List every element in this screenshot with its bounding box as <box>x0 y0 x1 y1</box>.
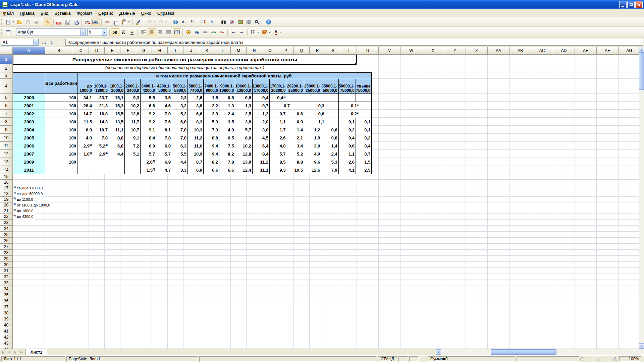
grid-cell[interactable] <box>597 55 619 64</box>
grid-cell[interactable] <box>531 150 553 158</box>
italic-button[interactable]: К <box>119 28 128 36</box>
grid-cell[interactable] <box>466 304 488 310</box>
grid-cell[interactable] <box>89 280 105 286</box>
grid-cell[interactable] <box>400 214 422 220</box>
grid-cell[interactable] <box>619 174 639 180</box>
grid-cell[interactable] <box>466 202 488 208</box>
grid-cell[interactable] <box>152 280 168 286</box>
data-cell[interactable]: 6,5 <box>219 134 235 142</box>
grid-cell[interactable] <box>553 202 575 208</box>
grid-cell[interactable] <box>575 110 597 118</box>
data-cell[interactable]: 0,6 <box>338 142 356 150</box>
grid-cell[interactable] <box>341 185 357 191</box>
grid-cell[interactable] <box>215 298 231 304</box>
grid-cell[interactable] <box>247 238 262 244</box>
chevron-down-icon[interactable] <box>257 31 260 34</box>
grid-cell[interactable] <box>152 328 168 334</box>
grid-cell[interactable] <box>444 340 466 346</box>
grid-cell[interactable] <box>379 134 400 142</box>
grid-cell[interactable] <box>120 268 136 274</box>
column-header-AB[interactable]: AB <box>509 47 531 55</box>
grid-cell[interactable] <box>325 214 341 220</box>
background-color-button[interactable] <box>260 28 269 36</box>
column-header-J[interactable]: J <box>183 47 199 55</box>
grid-cell[interactable] <box>247 328 262 334</box>
grid-cell[interactable] <box>597 244 619 250</box>
grid-cell[interactable] <box>325 304 341 310</box>
grid-cell[interactable] <box>13 274 45 280</box>
grid-cell[interactable] <box>168 280 183 286</box>
data-cell[interactable]: 16,8 <box>93 110 109 118</box>
data-cell[interactable]: 2,6 <box>188 94 204 102</box>
data-cell[interactable]: 4,5 <box>252 134 269 142</box>
grid-cell[interactable] <box>247 197 262 202</box>
grid-cell[interactable] <box>105 286 120 292</box>
grid-cell[interactable] <box>247 274 262 280</box>
grid-cell[interactable] <box>310 220 325 226</box>
data-cell[interactable]: 6,6 <box>204 166 219 174</box>
grid-cell[interactable] <box>575 268 597 274</box>
table-corner-cell[interactable] <box>13 73 45 94</box>
grid-cell[interactable] <box>597 310 619 316</box>
grid-cell[interactable] <box>168 191 183 197</box>
row-header-27[interactable]: 27 <box>0 244 13 250</box>
grid-cell[interactable] <box>597 274 619 280</box>
grid-cell[interactable] <box>400 340 422 346</box>
grid-cell[interactable] <box>13 238 45 244</box>
grid-cell[interactable] <box>136 256 152 262</box>
grid-cell[interactable] <box>597 150 619 158</box>
grid-cell[interactable] <box>136 185 152 191</box>
grid-cell[interactable] <box>531 340 553 346</box>
grid-cell[interactable] <box>466 208 488 214</box>
grid-cell[interactable] <box>278 220 294 226</box>
grid-cell[interactable] <box>531 158 553 166</box>
grid-cell[interactable] <box>575 274 597 280</box>
grid-cell[interactable] <box>247 262 262 268</box>
data-cell[interactable]: 6,8 <box>156 142 172 150</box>
wage-group-header[interactable]: в том числе по размерам начисленной зара… <box>77 73 372 79</box>
grid-cell[interactable] <box>400 158 422 166</box>
grid-cell[interactable] <box>597 197 619 202</box>
grid-cell[interactable] <box>89 346 105 349</box>
grid-cell[interactable] <box>136 197 152 202</box>
grid-cell[interactable] <box>509 298 531 304</box>
grid-cell[interactable] <box>597 292 619 298</box>
grid-cell[interactable] <box>215 220 231 226</box>
grid-cell[interactable] <box>466 166 488 174</box>
grid-cell[interactable] <box>45 334 73 340</box>
grid-cell[interactable] <box>575 150 597 158</box>
grid-cell[interactable] <box>89 208 105 214</box>
grid-cell[interactable] <box>231 322 247 328</box>
data-cell[interactable]: 5,7 <box>141 150 156 158</box>
grid-cell[interactable] <box>400 118 422 126</box>
grid-cell[interactable] <box>231 202 247 208</box>
data-cell[interactable]: 0,8 <box>219 94 235 102</box>
grid-cell[interactable] <box>231 274 247 280</box>
column-header-P[interactable]: P <box>278 47 294 55</box>
grid-cell[interactable] <box>531 102 553 110</box>
grid-cell[interactable] <box>325 286 341 292</box>
grid-cell[interactable] <box>379 118 400 126</box>
grid-cell[interactable] <box>215 197 231 202</box>
grid-cell[interactable] <box>89 191 105 197</box>
vertical-scrollbar[interactable]: ▲ ▼ <box>639 47 644 349</box>
grid-cell[interactable] <box>488 328 509 334</box>
grid-cell[interactable] <box>247 340 262 346</box>
grid-cell[interactable] <box>45 286 73 292</box>
grid-cell[interactable] <box>531 334 553 340</box>
data-cell[interactable]: 14,7 <box>77 110 93 118</box>
grid-cell[interactable] <box>531 185 553 191</box>
grid-cell[interactable] <box>531 94 553 102</box>
grid-cell[interactable] <box>183 180 199 185</box>
grid-cell[interactable] <box>13 268 45 274</box>
grid-cell[interactable] <box>553 72 575 79</box>
grid-cell[interactable] <box>120 298 136 304</box>
copy-button[interactable] <box>111 18 120 26</box>
grid-cell[interactable] <box>105 304 120 310</box>
grid-cell[interactable] <box>262 298 278 304</box>
grid-cell[interactable] <box>531 202 553 208</box>
data-cell[interactable]: 8,2 <box>204 158 219 166</box>
grid-cell[interactable] <box>310 191 325 197</box>
grid-cell[interactable] <box>136 250 152 256</box>
grid-cell[interactable] <box>379 208 400 214</box>
